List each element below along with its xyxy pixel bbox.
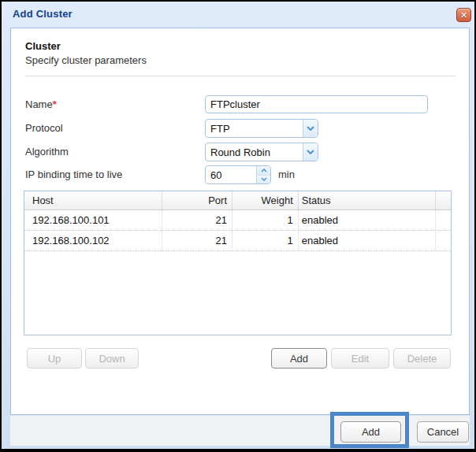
up-button[interactable]: Up	[27, 348, 82, 369]
algorithm-label: Algorithm	[25, 143, 69, 161]
add-button[interactable]: Add	[340, 421, 401, 443]
cell-port: 21	[162, 210, 232, 230]
section-divider	[25, 76, 456, 76]
table-header: Host Port Weight Status	[24, 191, 451, 210]
protocol-select[interactable]: FTP	[205, 119, 318, 138]
add-host-button[interactable]: Add	[271, 348, 327, 369]
cell-host: 192.168.100.102	[24, 231, 162, 250]
column-header-status[interactable]: Status	[299, 191, 436, 209]
ip-binding-spinner	[205, 165, 271, 184]
delete-button[interactable]: Delete	[393, 348, 451, 369]
cell-status: enabled	[299, 231, 436, 250]
column-header-filler	[436, 191, 451, 209]
ip-binding-input[interactable]	[206, 166, 256, 183]
window-title: Add Cluster	[13, 8, 73, 20]
chevron-down-icon[interactable]	[303, 143, 318, 161]
add-cluster-dialog: Add Cluster ✕ Cluster Specify cluster pa…	[0, 0, 476, 452]
cell-weight: 1	[232, 231, 299, 250]
dialog-background: Add Cluster ✕ Cluster Specify cluster pa…	[2, 2, 474, 449]
table-row[interactable]: 192.168.100.102 21 1 enabled	[24, 231, 451, 251]
close-icon: ✕	[460, 11, 467, 20]
cell-status: enabled	[299, 210, 436, 230]
section-title: Cluster	[25, 40, 61, 52]
column-header-port[interactable]: Port	[162, 191, 232, 209]
down-button[interactable]: Down	[85, 348, 139, 369]
cell-weight: 1	[232, 210, 299, 230]
hosts-table: Host Port Weight Status 192.168.100.101 …	[24, 191, 452, 335]
algorithm-select[interactable]: Round Robin	[205, 143, 318, 161]
close-button[interactable]: ✕	[456, 8, 471, 22]
protocol-value: FTP	[206, 123, 303, 135]
cell-host: 192.168.100.101	[24, 210, 162, 230]
name-label: Name*	[25, 95, 57, 114]
column-header-weight[interactable]: Weight	[232, 191, 299, 209]
ip-binding-label: IP binding time to live	[25, 165, 122, 184]
name-input[interactable]	[205, 95, 428, 113]
ip-binding-unit: min	[278, 165, 295, 184]
cancel-button[interactable]: Cancel	[417, 421, 469, 443]
spinner-down-button[interactable]	[257, 175, 270, 184]
column-header-host[interactable]: Host	[24, 191, 162, 209]
required-asterisk: *	[53, 98, 57, 110]
algorithm-value: Round Robin	[206, 146, 303, 158]
protocol-label: Protocol	[25, 119, 63, 138]
spinner-triggers	[256, 166, 270, 183]
chevron-down-icon[interactable]	[303, 120, 318, 137]
section-subtitle: Specify cluster parameters	[25, 54, 147, 66]
edit-button[interactable]: Edit	[331, 348, 389, 369]
spinner-up-button[interactable]	[257, 166, 270, 175]
table-row[interactable]: 192.168.100.101 21 1 enabled	[24, 210, 451, 231]
cell-port: 21	[162, 231, 232, 250]
